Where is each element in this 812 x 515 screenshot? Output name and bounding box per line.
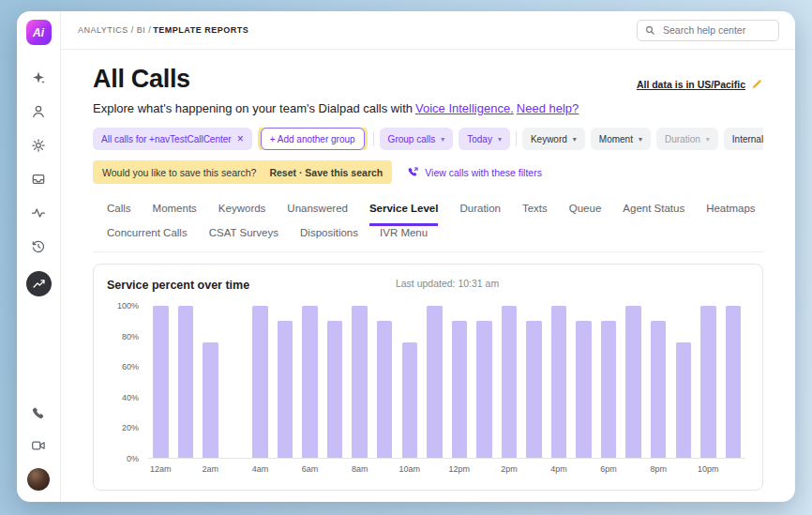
- x-axis-label: 12am: [150, 464, 172, 474]
- tab-csat-surveys[interactable]: CSAT Surveys: [209, 226, 278, 251]
- tab-concurrent-calls[interactable]: Concurrent Calls: [107, 226, 188, 251]
- call-arrow-icon: [407, 166, 419, 178]
- save-search-link[interactable]: Save this search: [305, 167, 383, 178]
- tab-keywords[interactable]: Keywords: [218, 195, 266, 226]
- bar-slot: 6am: [297, 306, 323, 458]
- bar-4am[interactable]: [252, 306, 267, 458]
- tab-dispositions[interactable]: Dispositions: [300, 226, 358, 251]
- report-tabs: CallsMomentsKeywordsUnansweredService Le…: [93, 195, 763, 252]
- tab-texts[interactable]: Texts: [522, 195, 548, 226]
- filter-chip-label: All calls for +navTestCallCenter: [101, 134, 232, 144]
- tab-moments[interactable]: Moments: [153, 195, 197, 226]
- title-row: All Calls All data is in US/Pacific: [93, 65, 763, 94]
- bar-9am[interactable]: [377, 321, 392, 458]
- bar-9pm[interactable]: [676, 342, 691, 458]
- history-icon[interactable]: [29, 237, 48, 256]
- filter-chip-add-another-group[interactable]: + Add another group: [261, 128, 365, 150]
- help-search[interactable]: [637, 20, 779, 41]
- bar-6am[interactable]: [302, 306, 317, 458]
- view-calls-link[interactable]: View calls with these filters: [407, 166, 542, 178]
- timezone-link[interactable]: All data is in US/Pacific: [637, 79, 745, 90]
- bar-slot: 8am: [347, 306, 372, 458]
- bar-12pm[interactable]: [452, 321, 467, 458]
- bar-12am[interactable]: [153, 306, 168, 458]
- tab-agent-status[interactable]: Agent Status: [623, 195, 684, 226]
- bar-7pm[interactable]: [625, 306, 640, 458]
- tab-duration[interactable]: Duration: [459, 195, 500, 226]
- user-avatar[interactable]: [27, 468, 50, 491]
- bar-11am[interactable]: [427, 306, 442, 458]
- bar-slot: [670, 306, 696, 458]
- filter-chip-label: + Add another group: [270, 134, 355, 144]
- tab-calls[interactable]: Calls: [107, 195, 131, 226]
- settings-icon[interactable]: [29, 136, 48, 155]
- bar-2am[interactable]: [203, 342, 218, 458]
- breadcrumb-path[interactable]: ANALYTICS / BI /: [78, 25, 151, 35]
- bar-10pm[interactable]: [700, 306, 715, 458]
- bar-8am[interactable]: [352, 306, 367, 458]
- tab-heatmaps[interactable]: Heatmaps: [706, 195, 755, 226]
- filter-chip-moment[interactable]: Moment▾: [591, 128, 651, 150]
- filter-chip-group-calls[interactable]: Group calls▾: [380, 128, 454, 150]
- bar-1am[interactable]: [178, 306, 193, 458]
- phone-icon[interactable]: [29, 404, 48, 423]
- caret-down-icon: ▾: [639, 135, 642, 144]
- tab-ivr-menu[interactable]: IVR Menu: [380, 226, 428, 251]
- ai-sparkle-icon[interactable]: [29, 68, 48, 87]
- tab-unanswered[interactable]: Unanswered: [287, 195, 348, 226]
- bar-11pm[interactable]: [726, 306, 741, 458]
- bar-slot: [372, 306, 398, 458]
- chart-card: Service percent over time Last updated: …: [93, 264, 763, 491]
- bar-4pm[interactable]: [551, 306, 566, 458]
- bar-10am[interactable]: [402, 342, 417, 458]
- pulse-icon[interactable]: [29, 204, 48, 222]
- x-axis-label: 8pm: [650, 464, 667, 474]
- breadcrumb-current: TEMPLATE REPORTS: [153, 25, 248, 35]
- tab-service-level[interactable]: Service Level: [369, 195, 439, 226]
- filter-chip-today[interactable]: Today▾: [459, 128, 510, 150]
- tab-queue[interactable]: Queue: [569, 195, 602, 226]
- bar-slot: [323, 306, 348, 458]
- bar-5pm[interactable]: [576, 321, 591, 458]
- dot-separator: ·: [299, 167, 303, 178]
- close-icon[interactable]: ×: [237, 133, 244, 144]
- video-icon[interactable]: [29, 436, 48, 455]
- filter-chip-keyword[interactable]: Keyword▾: [522, 128, 585, 150]
- need-help-link[interactable]: Need help?: [517, 101, 579, 115]
- bar-1pm[interactable]: [476, 321, 491, 458]
- filter-chip-duration[interactable]: Duration▾: [656, 128, 718, 150]
- bar-slot: [472, 306, 497, 458]
- tabs-row-1: CallsMomentsKeywordsUnansweredService Le…: [107, 195, 763, 226]
- reset-link[interactable]: Reset: [269, 167, 296, 178]
- y-axis-label: 0%: [127, 454, 139, 463]
- filter-chip-all-calls-for-navtestcallcenter[interactable]: All calls for +navTestCallCenter×: [93, 128, 252, 150]
- bar-8pm[interactable]: [651, 321, 666, 458]
- edit-pencil-icon[interactable]: [751, 78, 763, 90]
- filter-chip-internal-and-external[interactable]: Internal and External▾: [724, 128, 763, 150]
- voice-intelligence-link[interactable]: Voice Intelligence.: [415, 101, 514, 115]
- bar-slot: 12am: [148, 306, 173, 458]
- bar-3pm[interactable]: [526, 321, 541, 458]
- y-axis-label: 100%: [117, 301, 139, 311]
- page-title: All Calls: [93, 65, 190, 94]
- breadcrumb: ANALYTICS / BI /TEMPLATE REPORTS: [78, 25, 248, 35]
- dialpad-ai-logo[interactable]: Ai: [26, 20, 52, 45]
- filter-chip-label: Internal and External: [732, 134, 763, 144]
- bar-5am[interactable]: [278, 321, 293, 458]
- chart-header: Service percent over time Last updated: …: [107, 276, 749, 291]
- inbox-icon[interactable]: [29, 170, 48, 189]
- bar-6pm[interactable]: [601, 321, 616, 458]
- bar-2pm[interactable]: [502, 306, 517, 458]
- service-percent-chart: 0%20%40%60%80%100% 12am2am4am6am8am10am1…: [107, 306, 749, 482]
- app-sidebar: Ai: [17, 11, 61, 502]
- tabs-row-2: Concurrent CallsCSAT SurveysDispositions…: [107, 226, 763, 251]
- help-search-input[interactable]: [661, 23, 771, 37]
- analytics-icon[interactable]: [26, 271, 52, 296]
- x-axis-label: 2am: [203, 464, 219, 474]
- contacts-icon[interactable]: [29, 102, 48, 121]
- save-search-banner: Would you like to save this search? Rese…: [93, 160, 392, 184]
- search-icon: [645, 25, 655, 36]
- x-axis-label: 8am: [352, 464, 368, 474]
- chart-last-updated: Last updated: 10:31 am: [396, 278, 499, 289]
- bar-7am[interactable]: [327, 321, 342, 458]
